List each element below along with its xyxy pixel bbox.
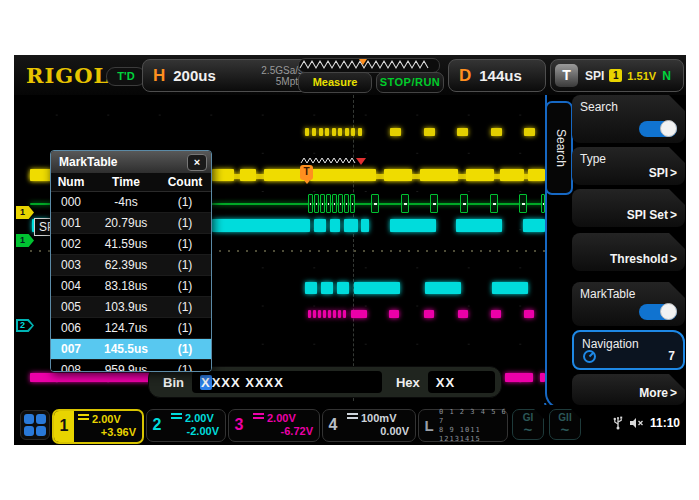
marktable-row[interactable]: 006124.7us(1)	[51, 318, 211, 339]
stop-run-button[interactable]: STOP/RUN	[376, 72, 444, 93]
channel-2-number: 2	[147, 410, 167, 441]
search-menu-tab[interactable]: Search	[545, 101, 573, 195]
spi-bus-pulse	[519, 194, 527, 213]
marktable-cell: (1)	[161, 318, 209, 338]
marktable-cell: (1)	[161, 213, 209, 233]
marktable-cell: (1)	[161, 192, 209, 212]
ch2-data	[425, 282, 461, 294]
spi-bus-pulse	[430, 194, 438, 213]
marktable-title-bar[interactable]: MarkTable ×	[51, 151, 211, 173]
ch1-wave-burst	[466, 169, 494, 181]
spi-bus-pulse	[308, 194, 313, 213]
trigger-block[interactable]: T SPI 1 1.51V N	[550, 59, 684, 92]
trigger-level: 1.51V	[627, 70, 656, 82]
col-count: Count	[161, 173, 209, 191]
search-mark	[457, 128, 468, 136]
marktable-cell: 83.18us	[91, 276, 161, 296]
marktable-row[interactable]: 000-4ns(1)	[51, 192, 211, 213]
menu-item-spi-set[interactable]: SPI Set>	[572, 189, 685, 227]
channel-1-box[interactable]: 1 2.00V+3.96V	[52, 409, 144, 444]
ch1-wave-burst	[500, 169, 524, 181]
ch2-wave	[314, 219, 326, 232]
ch2-data	[321, 282, 333, 294]
marktable-row[interactable]: 00241.59us(1)	[51, 234, 211, 255]
waveform-position-ruler[interactable]	[298, 58, 440, 73]
channel-4-box[interactable]: 4 100mV0.00V	[322, 409, 416, 442]
ch2-data	[337, 282, 349, 294]
channel-1-number: 1	[54, 411, 74, 442]
delay-block[interactable]: D 144us	[448, 59, 546, 92]
generator-2-button[interactable]: GII~	[549, 409, 581, 440]
marktable-toggle[interactable]	[639, 304, 677, 320]
spi-bus-pulse	[350, 194, 355, 213]
ch3-cs-pulse	[343, 310, 346, 318]
menu-item-more[interactable]: More>	[572, 374, 685, 405]
marktable-cell: 003	[51, 255, 91, 275]
menu-item-navigation[interactable]: Navigation 7	[572, 330, 685, 370]
channel-2-box[interactable]: 2 2.00V-2.00V	[146, 409, 226, 442]
header-bar: RIGOL T'D H 200us 2.5GSa/s5Mpts Measure …	[14, 55, 686, 95]
usb-icon	[613, 415, 623, 430]
close-icon[interactable]: ×	[187, 154, 207, 171]
ch2-wave	[390, 219, 436, 232]
t-key-badge: T	[555, 64, 578, 87]
channel-1-offset: +3.96V	[76, 426, 136, 439]
marktable-row[interactable]: 00120.79us(1)	[51, 213, 211, 234]
marktable-row[interactable]: 007145.5us(1)	[51, 339, 211, 360]
ch3-cs-pulse	[389, 310, 399, 318]
spi-bus-pulse	[326, 194, 331, 213]
bin-selected-char[interactable]: X	[200, 375, 212, 390]
horizontal-timebase-block[interactable]: H 200us 2.5GSa/s5Mpts	[142, 59, 312, 92]
trigger-flag-icon[interactable]: T	[300, 165, 313, 180]
marktable-cell: (1)	[161, 255, 209, 275]
marktable-cell: (1)	[161, 297, 209, 317]
ch3-cs-pulse	[524, 310, 534, 318]
marktable-cell: (1)	[161, 339, 209, 359]
marktable-cell: 008	[51, 360, 91, 372]
generator-1-button[interactable]: GI~	[512, 409, 544, 440]
measure-button[interactable]: Measure	[298, 72, 372, 93]
search-mark	[305, 128, 309, 136]
marktable-cell: 007	[51, 339, 91, 359]
marktable-cell: 006	[51, 318, 91, 338]
logic-row-2: 8 9 1011 12131415	[439, 426, 481, 443]
marktable-cell: 002	[51, 234, 91, 254]
marktable-row[interactable]: 00483.18us(1)	[51, 276, 211, 297]
ch2-wave	[330, 219, 340, 232]
screenshot-page: RIGOL T'D H 200us 2.5GSa/s5Mpts Measure …	[0, 0, 699, 500]
search-toggle[interactable]	[639, 121, 677, 137]
marktable-cell: -4ns	[91, 192, 161, 212]
red-arrow-icon	[356, 158, 366, 165]
marktable-cell: 959.9us	[91, 360, 161, 372]
ch1-wave-burst	[420, 169, 458, 181]
channel-3-box[interactable]: 3 2.00V-6.72V	[228, 409, 320, 442]
marktable-title: MarkTable	[59, 155, 117, 169]
marktable-header-row: Num Time Count	[51, 173, 211, 192]
menu-item-threshold[interactable]: Threshold>	[572, 233, 685, 271]
marktable-row[interactable]: 008959.9us(1)	[51, 360, 211, 372]
marktable-cell: 005	[51, 297, 91, 317]
bin-value-field: XXXX XXXX	[192, 371, 382, 393]
trigger-slope: N	[662, 69, 677, 83]
coupling-icon	[78, 414, 89, 424]
ch1-wave-burst	[212, 169, 234, 181]
search-mark	[319, 128, 323, 136]
menu-item-marktable[interactable]: MarkTable	[572, 282, 685, 326]
status-tray: 11:10	[613, 415, 680, 430]
marktable-row[interactable]: 005103.9us(1)	[51, 297, 211, 318]
channel-2-offset: -2.00V	[169, 425, 219, 438]
search-mark	[390, 128, 401, 136]
clock-time: 11:10	[650, 416, 680, 430]
channel-2-scale: 2.00V	[185, 412, 214, 424]
grid-menu-icon[interactable]	[20, 410, 50, 440]
marktable-row[interactable]: 00362.39us(1)	[51, 255, 211, 276]
hex-value-field: XX	[428, 371, 495, 393]
menu-item-type[interactable]: Type SPI>	[572, 147, 685, 185]
search-mark	[325, 128, 329, 136]
menu-item-search[interactable]: Search	[572, 95, 685, 143]
marktable-cell: (1)	[161, 276, 209, 296]
spi-bus-pulse	[344, 194, 349, 213]
logic-channels-box[interactable]: L 0 1 2 3 4 5 6 78 9 1011 12131415	[418, 409, 508, 442]
marktable-cell: 000	[51, 192, 91, 212]
ch3-cs-pulse	[458, 310, 468, 318]
